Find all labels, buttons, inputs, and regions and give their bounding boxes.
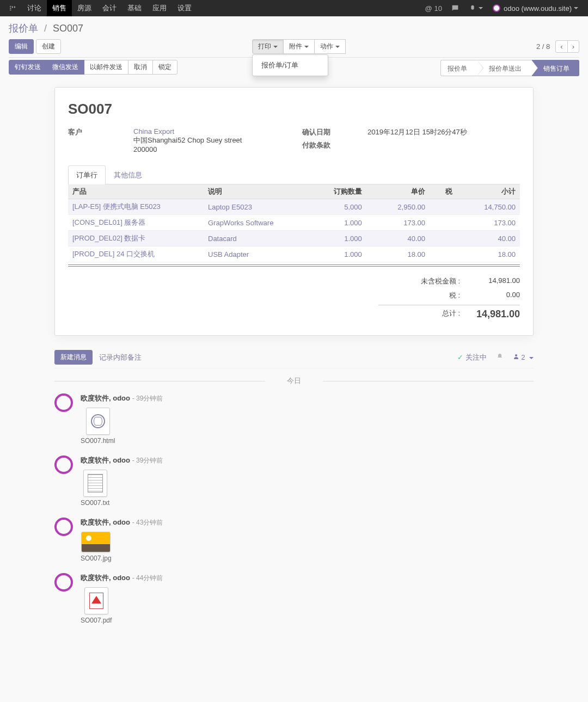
- table-row[interactable]: [CONS_DEL01] 服务器GrapWorks Software1.0001…: [68, 215, 520, 231]
- edit-button[interactable]: 编辑: [9, 39, 34, 54]
- pager-text: 2 / 8: [536, 42, 550, 51]
- cell-subtotal: 40.00: [457, 231, 520, 247]
- form-tabs: 订单行其他信息: [68, 165, 520, 184]
- breadcrumb: 报价单 / SO007: [9, 22, 83, 35]
- nav-item-5[interactable]: 应用: [147, 0, 172, 16]
- value-tax: 0.00: [465, 291, 520, 300]
- log-note-link[interactable]: 记录内部备注: [99, 353, 142, 362]
- label-total: 总计 :: [378, 309, 465, 320]
- label-untaxed: 未含税金额 :: [378, 276, 465, 286]
- cell-qty: 5.000: [312, 199, 366, 215]
- value-payment-terms: [367, 140, 520, 150]
- label-confirm-date: 确认日期: [302, 127, 367, 137]
- stage-1[interactable]: 报价单送出: [477, 60, 531, 76]
- txt-file-icon: [83, 470, 107, 497]
- attachment[interactable]: SO007.pdf: [81, 587, 112, 624]
- notification-bell-icon[interactable]: [497, 353, 503, 361]
- order-lines-table: 产品 说明 订购数量 单价 税 小计 [LAP-E5] 便携式电脑 E5023L…: [68, 184, 520, 262]
- nav-item-2[interactable]: 房源: [72, 0, 97, 16]
- table-row[interactable]: [PROD_DEL02] 数据卡Datacard1.00040.0040.00: [68, 231, 520, 247]
- pdf-file-icon: [84, 587, 108, 614]
- print-dropdown[interactable]: 打印: [252, 39, 284, 54]
- record-title: SO007: [68, 101, 520, 118]
- col-desc: 说明: [204, 184, 312, 199]
- workflow-button-1[interactable]: 微信发送: [46, 60, 84, 75]
- cell-qty: 1.000: [312, 247, 366, 262]
- cell-subtotal: 14,750.00: [457, 199, 520, 215]
- print-quotation-order[interactable]: 报价单/订单: [253, 57, 328, 73]
- message-author: 欧度软件, odoo: [81, 456, 130, 464]
- message: 欧度软件, odoo - 43分钟前SO007.jpg: [54, 518, 534, 562]
- stage-2[interactable]: 销售订单: [531, 60, 579, 76]
- cell-subtotal: 173.00: [457, 215, 520, 231]
- nav-item-6[interactable]: 设置: [172, 0, 197, 16]
- customer-address-1: 中国Shanghai52 Chop Suey street: [133, 136, 286, 145]
- mention-icon[interactable]: @10: [421, 0, 446, 16]
- cell-tax: [430, 247, 457, 262]
- col-tax: 税: [430, 184, 457, 199]
- workflow-button-0[interactable]: 钉钉发送: [9, 60, 47, 75]
- stage-0[interactable]: 报价单: [440, 60, 477, 76]
- nav-item-0[interactable]: 讨论: [22, 0, 47, 16]
- table-row[interactable]: [LAP-E5] 便携式电脑 E5023Laptop E50235.0002,9…: [68, 199, 520, 215]
- person-icon: [513, 353, 519, 360]
- messaging-icon[interactable]: [446, 0, 464, 16]
- value-untaxed: 14,981.00: [465, 276, 520, 286]
- new-message-button[interactable]: 新建消息: [54, 350, 93, 365]
- message: 欧度软件, odoo - 39分钟前SO007.html: [54, 393, 534, 445]
- workflow-button-4[interactable]: 锁定: [152, 60, 177, 75]
- apps-switcher-icon[interactable]: [4, 0, 22, 16]
- attachment[interactable]: SO007.html: [81, 408, 115, 445]
- table-row[interactable]: [PROD_DEL] 24 口交换机USB Adapter1.00018.001…: [68, 247, 520, 262]
- attachment[interactable]: SO007.txt: [81, 470, 109, 507]
- avatar: [54, 573, 73, 592]
- message: 欧度软件, odoo - 39分钟前SO007.txt: [54, 455, 534, 507]
- attachment-name: SO007.txt: [81, 499, 109, 507]
- cell-product: [PROD_DEL02] 数据卡: [68, 231, 204, 247]
- tab-1[interactable]: 其他信息: [106, 165, 150, 184]
- user-menu[interactable]: odoo (www.oudu.site): [487, 0, 584, 16]
- followers-count[interactable]: 2: [513, 353, 534, 361]
- pager-next-button[interactable]: ›: [567, 40, 579, 53]
- cell-product: [CONS_DEL01] 服务器: [68, 215, 204, 231]
- form-sheet: SO007 客户 China Export 中国Shanghai52 Chop …: [54, 87, 534, 336]
- cell-qty: 1.000: [312, 215, 366, 231]
- check-icon: ✓: [457, 353, 463, 361]
- html-file-icon: [86, 408, 110, 435]
- nav-item-4[interactable]: 基础: [122, 0, 147, 16]
- cell-price: 173.00: [366, 215, 430, 231]
- nav-item-3[interactable]: 会计: [97, 0, 122, 16]
- cell-tax: [430, 215, 457, 231]
- action-dropdown[interactable]: 动作: [314, 39, 346, 54]
- debug-icon[interactable]: [464, 0, 487, 16]
- svg-point-0: [515, 354, 517, 356]
- cell-qty: 1.000: [312, 231, 366, 247]
- pager-prev-button[interactable]: ‹: [555, 40, 567, 53]
- customer-link[interactable]: China Export: [133, 127, 286, 136]
- user-avatar-icon: [493, 4, 500, 12]
- pager: 2 / 8 ‹ ›: [536, 40, 579, 53]
- message-author: 欧度软件, odoo: [81, 518, 130, 526]
- attachment-name: SO007.html: [81, 437, 115, 445]
- following-status[interactable]: ✓ 关注中: [457, 353, 487, 362]
- col-subtotal: 小计: [457, 184, 520, 199]
- create-button[interactable]: 创建: [36, 39, 61, 54]
- breadcrumb-root[interactable]: 报价单: [9, 23, 38, 34]
- control-panel: 报价单 / SO007 编辑 创建 打印 附件 动作 报价单/订单 2 / 8 …: [0, 16, 588, 58]
- label-payment-terms: 付款条款: [302, 140, 367, 150]
- label-customer: 客户: [68, 127, 133, 153]
- message-author: 欧度软件, odoo: [81, 394, 130, 402]
- attachment[interactable]: SO007.jpg: [81, 532, 112, 562]
- cell-subtotal: 18.00: [457, 247, 520, 262]
- attachment-dropdown[interactable]: 附件: [283, 39, 315, 54]
- nav-item-1[interactable]: 销售: [47, 0, 72, 16]
- message-author: 欧度软件, odoo: [81, 574, 130, 582]
- tab-0[interactable]: 订单行: [68, 165, 106, 184]
- workflow-button-2[interactable]: 以邮件发送: [84, 60, 128, 75]
- image-file-icon: [81, 532, 111, 552]
- customer-address-2: 200000: [133, 145, 286, 153]
- cell-tax: [430, 199, 457, 215]
- label-tax: 税 :: [378, 291, 465, 300]
- workflow-button-3[interactable]: 取消: [128, 60, 153, 75]
- message-time: - 44分钟前: [132, 574, 163, 582]
